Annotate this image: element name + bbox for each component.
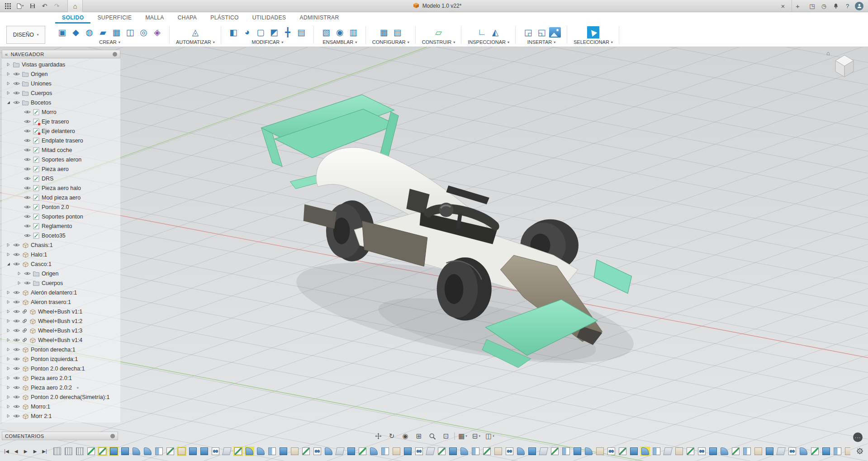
tree-item[interactable]: Pieza aero 2.0:1 [2,373,120,383]
timeline-op-mirror[interactable] [742,447,752,456]
group-label-insertar[interactable]: INSERTAR▾ [527,39,556,45]
tree-caret-icon[interactable] [5,376,11,380]
mover-copiar-button[interactable]: ╋ [282,26,294,38]
tree-caret-icon[interactable] [5,395,11,399]
tree-item[interactable]: Pieza aero [2,164,120,174]
view-cube-icon[interactable] [828,51,860,80]
timeline-op-sketch[interactable] [731,447,740,456]
timeline-op-fillet[interactable] [369,447,379,456]
tab-utilidades[interactable]: UTILIDADES [246,12,293,24]
tree-item[interactable]: Ponton derecha:1 [2,345,120,354]
timeline-op-fillet[interactable] [324,447,333,456]
tree-item[interactable]: Mod pieza aero [2,193,120,202]
save-button[interactable] [26,0,38,12]
analisis-seccion-button[interactable]: ◭ [489,26,502,38]
visibility-eye-icon[interactable] [24,138,31,143]
tab-solido[interactable]: SOLIDO [55,12,90,24]
visibility-eye-icon[interactable] [13,375,20,380]
tree-caret-icon[interactable] [5,347,11,352]
assistant-bubble-button[interactable]: ··· [853,432,863,442]
document-tab[interactable]: Modelo 1.0 v22* × [83,0,792,12]
visibility-eye-icon[interactable] [13,290,20,295]
timeline-options-button[interactable] [854,446,866,456]
display-settings-button[interactable]: ▦▾ [457,431,468,441]
timeline-op-fillet[interactable] [245,447,254,456]
redo-button[interactable]: ↷ [51,0,63,12]
tree-item[interactable]: Cuerpos [2,88,120,98]
undo-button[interactable]: ↶ [38,0,51,12]
timeline-op-fillet[interactable] [460,447,469,456]
tree-caret-icon[interactable] [5,366,11,371]
scripts-complementos-button[interactable]: ◬ [189,26,201,38]
collapse-panel-icon[interactable]: « [5,52,8,57]
tree-item[interactable]: Ponton 2.0 derecha:1 [2,364,120,373]
tree-caret-icon[interactable] [5,319,11,323]
visibility-eye-icon[interactable] [24,185,31,190]
timeline-op-extrude[interactable] [109,447,119,456]
timeline-op-component[interactable] [493,447,503,456]
visibility-eye-icon[interactable] [24,233,31,238]
barrido-button[interactable]: ▰ [97,26,109,38]
timeline-op-extrude[interactable] [199,447,209,456]
tree-caret-icon[interactable] [5,81,11,86]
timeline-op-joint[interactable] [211,447,220,456]
tree-caret-icon[interactable] [5,357,11,361]
grid-layout-button[interactable]: ⊟▾ [471,431,482,441]
profile-button[interactable] [855,2,863,10]
look-at-button[interactable]: ◉ [400,431,411,441]
viewport-scene[interactable] [0,47,868,461]
crear-boceto-button[interactable]: ▣ [56,26,68,38]
visibility-eye-icon[interactable] [24,119,31,124]
tree-caret-icon[interactable] [5,62,11,67]
visibility-eye-icon[interactable] [13,347,20,352]
go-to-end-button[interactable]: ▶| [40,447,49,456]
timeline-op-plane[interactable] [335,447,345,456]
tree-item[interactable]: Endplate trasero [2,136,120,145]
tree-caret-icon[interactable] [5,252,11,257]
vaciado-button[interactable]: ▢ [255,26,267,38]
tree-caret-icon[interactable] [16,281,22,285]
job-status-button[interactable]: ◷ [820,2,828,10]
timeline-op-plane[interactable] [776,447,786,456]
tree-item[interactable]: DRS [2,174,120,183]
view-cube[interactable]: ⌂ [828,51,860,80]
timeline-op-joint[interactable] [505,447,514,456]
timeline-op-sketch[interactable] [482,447,492,456]
nuevo-componente-button[interactable]: ▧ [320,26,332,38]
visibility-eye-icon[interactable] [24,176,31,181]
tree-item[interactable]: Origen [2,69,120,79]
home-tab-button[interactable]: ⌂ [67,0,83,12]
tree-item[interactable]: Reglamento [2,221,120,231]
timeline-op-sketch[interactable] [358,447,367,456]
tree-item[interactable]: Ponton 2.0 derecha(Simetría):1 [2,392,120,402]
help-button[interactable]: ? [843,2,852,10]
extruir-button[interactable]: ◆ [70,26,82,38]
visibility-eye-icon[interactable] [24,214,31,219]
timeline-op-component[interactable] [392,447,401,456]
notifications-button[interactable] [831,2,840,10]
timeline-op-component[interactable] [674,447,684,456]
timeline-op-extrude[interactable] [821,447,831,456]
tree-item[interactable]: Soportes ponton [2,212,120,221]
tree-item[interactable]: Soportes aleron [2,155,120,164]
group-label-modificar[interactable]: MODIFICAR▾ [251,39,283,45]
tree-caret-icon[interactable] [5,262,11,266]
visibility-eye-icon[interactable] [24,271,31,276]
espejo-button[interactable]: ◫ [124,26,136,38]
tab-malla[interactable]: MALLA [138,12,171,24]
timeline-op-component[interactable] [177,447,186,456]
file-menu-button[interactable]: ▾ [14,0,26,12]
timeline-op-sketch[interactable] [618,447,627,456]
visibility-eye-icon[interactable] [24,195,31,200]
browser-options-button[interactable] [113,52,117,57]
timeline-op-extrude[interactable] [448,447,458,456]
timeline-op-extrude[interactable] [765,447,774,456]
visibility-eye-icon[interactable] [24,223,31,228]
visibility-eye-icon[interactable] [13,318,20,323]
visibility-eye-icon[interactable] [24,280,31,285]
timeline-op-extrude[interactable] [346,447,356,456]
timeline-op-component[interactable] [754,447,763,456]
visibility-eye-icon[interactable] [13,299,20,304]
timeline-op-sketch[interactable] [550,447,560,456]
tree-caret-icon[interactable] [5,338,11,342]
